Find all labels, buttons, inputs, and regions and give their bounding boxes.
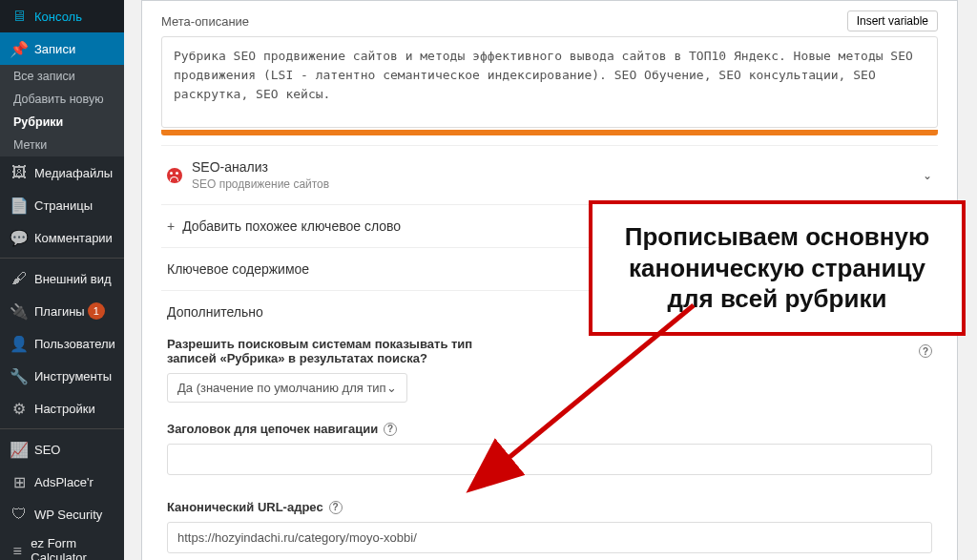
plus-icon: + xyxy=(167,218,175,234)
gear-icon: ⚙ xyxy=(10,399,29,418)
accordion-seo-analysis[interactable]: SEO-анализ SEO продвижение сайтов ⌄ xyxy=(161,146,938,204)
menu-tools[interactable]: 🔧 Инструменты xyxy=(0,360,124,392)
help-icon[interactable]: ? xyxy=(919,344,932,358)
seo-analysis-title: SEO-анализ xyxy=(192,159,923,175)
ads-icon: ⊞ xyxy=(10,472,29,491)
breadcrumb-input[interactable] xyxy=(167,444,932,475)
menu-label: Консоль xyxy=(34,10,82,24)
menu-label: Записи xyxy=(34,42,75,56)
menu-label: Страницы xyxy=(34,198,93,213)
menu-label: WP Security xyxy=(34,508,102,522)
seo-analysis-subtitle: SEO продвижение сайтов xyxy=(192,177,923,191)
menu-wpsecurity[interactable]: 🛡 WP Security xyxy=(0,498,124,530)
pin-icon: 📌 xyxy=(10,39,29,58)
menu-label: Инструменты xyxy=(34,369,112,384)
menu-seo[interactable]: 📈 SEO xyxy=(0,433,124,466)
menu-label: Настройки xyxy=(34,402,95,416)
help-icon[interactable]: ? xyxy=(384,423,397,436)
annotation-callout: Прописываем основную каноническую страни… xyxy=(589,200,966,336)
allow-search-select[interactable]: Да (значение по умолчанию для тип ⌄ xyxy=(167,373,407,403)
menu-label: ez Form Calculator xyxy=(31,537,116,560)
plugin-icon: 🔌 xyxy=(10,301,29,321)
submenu-all-posts[interactable]: Все записи xyxy=(0,65,124,88)
posts-submenu: Все записи Добавить новую Рубрики Метки xyxy=(0,65,124,156)
menu-users[interactable]: 👤 Пользователи xyxy=(0,327,124,360)
seo-icon: 📈 xyxy=(10,440,29,459)
menu-plugins[interactable]: 🔌 Плагины 1 xyxy=(0,295,124,327)
insert-variable-button[interactable]: Insert variable xyxy=(847,10,938,31)
submenu-tags[interactable]: Метки xyxy=(0,134,124,156)
submenu-categories[interactable]: Рубрики xyxy=(0,111,124,134)
chevron-down-icon: ⌄ xyxy=(386,381,397,395)
menu-label: Медиафайлы xyxy=(34,166,113,180)
menu-settings[interactable]: ⚙ Настройки xyxy=(0,392,124,425)
menu-comments[interactable]: 💬 Комментарии xyxy=(0,221,124,254)
menu-label: AdsPlace'r xyxy=(34,475,94,489)
update-badge: 1 xyxy=(88,302,105,320)
callout-text: Прописываем основную каноническую страни… xyxy=(606,221,948,315)
menu-label: SEO xyxy=(34,443,60,457)
brush-icon: 🖌 xyxy=(10,269,29,288)
meta-description-input[interactable] xyxy=(161,36,938,128)
submenu-add-new[interactable]: Добавить новую xyxy=(0,88,124,111)
allow-search-label: Разрешить поисковым системам показывать … xyxy=(167,337,932,365)
help-icon[interactable]: ? xyxy=(329,501,343,514)
main-content: Мета-описание Insert variable SEO-анализ… xyxy=(124,0,977,560)
wrench-icon: 🔧 xyxy=(10,366,29,385)
menu-posts[interactable]: 📌 Записи xyxy=(0,32,124,65)
menu-label: Внешний вид xyxy=(34,272,112,286)
media-icon: 🖼 xyxy=(10,163,29,182)
menu-pages[interactable]: 📄 Страницы xyxy=(0,189,124,221)
comment-icon: 💬 xyxy=(10,228,29,247)
meta-description-label: Мета-описание xyxy=(161,14,249,29)
menu-adsplacer[interactable]: ⊞ AdsPlace'r xyxy=(0,466,124,498)
menu-label: Плагины xyxy=(34,304,85,319)
menu-label: Пользователи xyxy=(34,337,115,351)
canonical-url-input[interactable] xyxy=(167,522,932,553)
select-text: Да (значение по умолчанию для тип xyxy=(177,381,386,395)
menu-console[interactable]: 🖥 Консоль xyxy=(0,0,124,32)
user-icon: 👤 xyxy=(10,334,29,353)
admin-sidebar: 🖥 Консоль 📌 Записи Все записи Добавить н… xyxy=(0,0,124,560)
form-icon: ≡ xyxy=(10,542,25,560)
sad-face-icon xyxy=(167,168,182,183)
shield-icon: 🛡 xyxy=(10,505,29,524)
chevron-down-icon: ⌄ xyxy=(923,169,932,182)
menu-media[interactable]: 🖼 Медиафайлы xyxy=(0,156,124,189)
menu-label: Комментарии xyxy=(34,231,113,245)
page-icon: 📄 xyxy=(10,196,29,215)
menu-appearance[interactable]: 🖌 Внешний вид xyxy=(0,262,124,295)
meta-length-bar xyxy=(161,130,938,135)
menu-ezform[interactable]: ≡ ez Form Calculator xyxy=(0,530,124,560)
breadcrumb-label: Заголовок для цепочек навигации ? xyxy=(167,422,932,436)
dashboard-icon: 🖥 xyxy=(10,7,29,26)
canonical-label: Канонический URL-адрес ? xyxy=(167,500,932,514)
